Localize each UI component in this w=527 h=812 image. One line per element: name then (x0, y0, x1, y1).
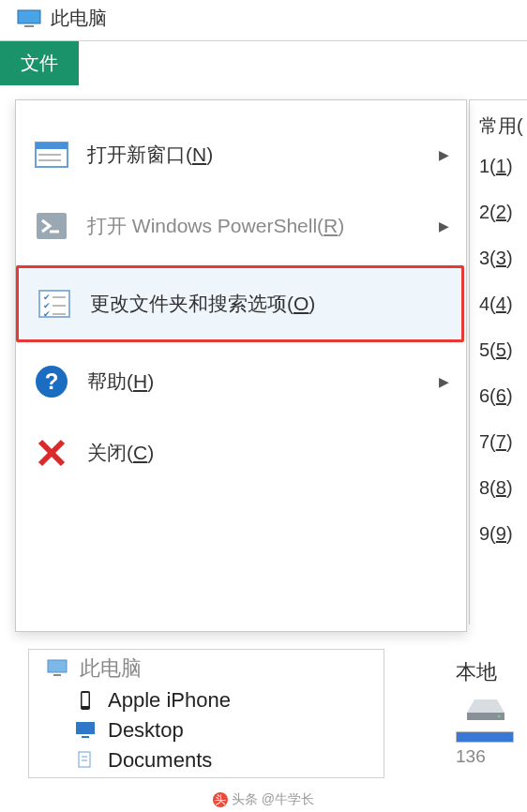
ribbon-bar: 文件 (0, 40, 527, 85)
svg-rect-24 (82, 736, 89, 738)
frequent-list: 1(1) 2(2) 3(3) 4(4) 5(5) 6(6) 7(7) 8(8) … (470, 156, 527, 545)
help-icon: ? (33, 363, 70, 400)
desktop-icon (74, 719, 97, 742)
frequent-item[interactable]: 8(8) (479, 477, 527, 499)
frequent-item[interactable]: 5(5) (479, 339, 527, 361)
submenu-arrow-icon: ▶ (439, 374, 449, 389)
attribution-text: 头条 @牛学长 (232, 791, 314, 808)
svg-rect-20 (53, 674, 61, 676)
svg-rect-0 (18, 10, 40, 23)
menu-label: 更改文件夹和搜索选项(O) (90, 291, 315, 317)
submenu-arrow-icon: ▶ (439, 147, 449, 162)
frequent-header: 常用( (470, 100, 527, 156)
svg-rect-3 (36, 143, 68, 149)
phone-icon (74, 689, 97, 712)
frequent-item[interactable]: 1(1) (479, 156, 527, 177)
options-icon: ✔✔✔ (36, 285, 73, 323)
window-icon (33, 136, 70, 173)
frequent-item[interactable]: 9(9) (479, 523, 527, 545)
tree-documents[interactable]: Documents (29, 745, 384, 775)
menu-label: 关闭(C) (87, 440, 154, 466)
frequent-panel: 常用( 1(1) 2(2) 3(3) 4(4) 5(5) 6(6) 7(7) 8… (469, 99, 527, 624)
frequent-item[interactable]: 2(2) (479, 202, 527, 223)
title-bar: 此电脑 (0, 0, 527, 40)
svg-point-29 (498, 715, 501, 718)
drive-icon (463, 696, 508, 724)
tree-label: 此电脑 (80, 654, 142, 683)
this-pc-icon (46, 657, 68, 680)
close-item[interactable]: 关闭(C) (16, 417, 466, 489)
menu-label: 帮助(H) (87, 368, 154, 395)
svg-rect-23 (76, 722, 95, 734)
frequent-item[interactable]: 4(4) (479, 293, 527, 315)
svg-text:?: ? (45, 368, 59, 394)
storage-panel: 本地 136 (452, 658, 527, 767)
documents-icon (74, 749, 97, 772)
powershell-icon (33, 207, 70, 245)
close-icon (33, 434, 70, 472)
svg-rect-19 (48, 660, 67, 672)
svg-rect-25 (79, 752, 90, 767)
file-tab[interactable]: 文件 (0, 41, 79, 85)
menu-label: 打开新窗口(N) (87, 142, 213, 168)
submenu-arrow-icon: ▶ (439, 218, 449, 233)
svg-text:✔: ✔ (43, 309, 51, 319)
storage-title: 本地 (456, 658, 527, 686)
open-powershell-item[interactable]: 打开 Windows PowerShell(R) ▶ (16, 190, 466, 262)
storage-free: 136 (456, 746, 527, 767)
tree-desktop[interactable]: Desktop (29, 715, 384, 745)
help-item[interactable]: ? 帮助(H) ▶ (16, 346, 466, 417)
tree-label: Apple iPhone (108, 688, 231, 713)
tree-this-pc[interactable]: 此电脑 (29, 652, 384, 685)
frequent-item[interactable]: 6(6) (479, 385, 527, 407)
this-pc-icon (17, 9, 41, 28)
menu-label: 打开 Windows PowerShell(R) (87, 213, 344, 239)
nav-tree: 此电脑 Apple iPhone Desktop Documents (28, 649, 384, 778)
tree-label: Documents (108, 748, 212, 773)
tree-label: Desktop (108, 718, 184, 743)
open-new-window-item[interactable]: 打开新窗口(N) ▶ (16, 119, 466, 190)
frequent-item[interactable]: 7(7) (479, 431, 527, 453)
attribution: 头 头条 @牛学长 (213, 791, 314, 808)
svg-rect-22 (83, 693, 89, 706)
storage-bar (456, 731, 514, 743)
file-menu-dropdown: 打开新窗口(N) ▶ 打开 Windows PowerShell(R) ▶ ✔✔… (15, 99, 467, 632)
toutiao-icon: 头 (213, 792, 228, 807)
tree-iphone[interactable]: Apple iPhone (29, 685, 384, 715)
frequent-item[interactable]: 3(3) (479, 248, 527, 269)
window-title: 此电脑 (51, 6, 107, 31)
svg-rect-1 (24, 25, 34, 27)
change-folder-options-item[interactable]: ✔✔✔ 更改文件夹和搜索选项(O) (16, 265, 464, 342)
